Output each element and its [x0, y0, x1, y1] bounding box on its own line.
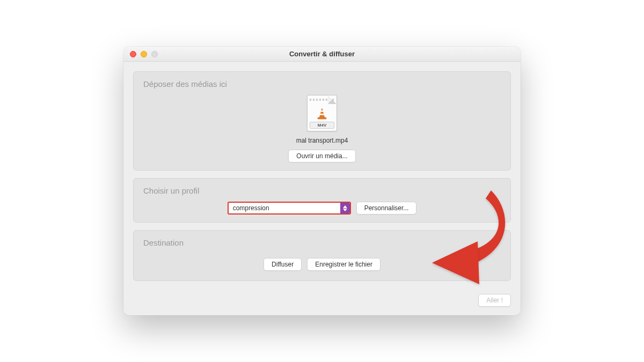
media-drop-section: Déposer des médias ici M4V mal transport… — [133, 71, 511, 171]
media-drop-area[interactable]: M4V mal transport.mp4 Ouvrir un média... — [143, 95, 501, 162]
go-button[interactable]: Aller ! — [478, 294, 511, 307]
window-title: Convertir & diffuser — [123, 50, 521, 58]
profile-selected-label: compression — [229, 204, 340, 212]
profile-section: Choisir un profil compression Personnali… — [133, 178, 511, 223]
destination-row: Diffuser Enregistrer le fichier — [143, 254, 501, 273]
titlebar: Convertir & diffuser — [123, 47, 521, 62]
app-window: Convertir & diffuser Déposer des médias … — [123, 47, 521, 315]
profile-section-title: Choisir un profil — [143, 186, 501, 195]
close-icon[interactable] — [130, 51, 136, 57]
maximize-icon — [151, 51, 158, 57]
format-badge: M4V — [310, 122, 334, 129]
profile-row: compression Personnaliser... — [143, 202, 501, 215]
svg-rect-0 — [320, 110, 324, 112]
media-section-title: Déposer des médias ici — [143, 79, 501, 88]
chevron-updown-icon — [340, 203, 350, 213]
profile-select[interactable]: compression — [228, 202, 351, 215]
save-file-button[interactable]: Enregistrer le fichier — [307, 258, 380, 271]
stream-button[interactable]: Diffuser — [264, 258, 302, 271]
footer: Aller ! — [123, 291, 521, 315]
destination-section-title: Destination — [143, 238, 501, 247]
traffic-lights — [123, 51, 158, 57]
open-media-button[interactable]: Ouvrir un média... — [288, 150, 355, 162]
vlc-cone-icon — [315, 107, 329, 121]
window-content: Déposer des médias ici M4V mal transport… — [123, 62, 521, 291]
destination-section: Destination Diffuser Enregistrer le fich… — [133, 230, 511, 281]
file-name-label: mal transport.mp4 — [296, 137, 348, 144]
minimize-icon[interactable] — [141, 51, 147, 57]
svg-rect-2 — [318, 117, 326, 119]
customize-button[interactable]: Personnaliser... — [356, 202, 417, 215]
svg-rect-1 — [320, 114, 325, 115]
media-file-icon: M4V — [307, 95, 337, 131]
